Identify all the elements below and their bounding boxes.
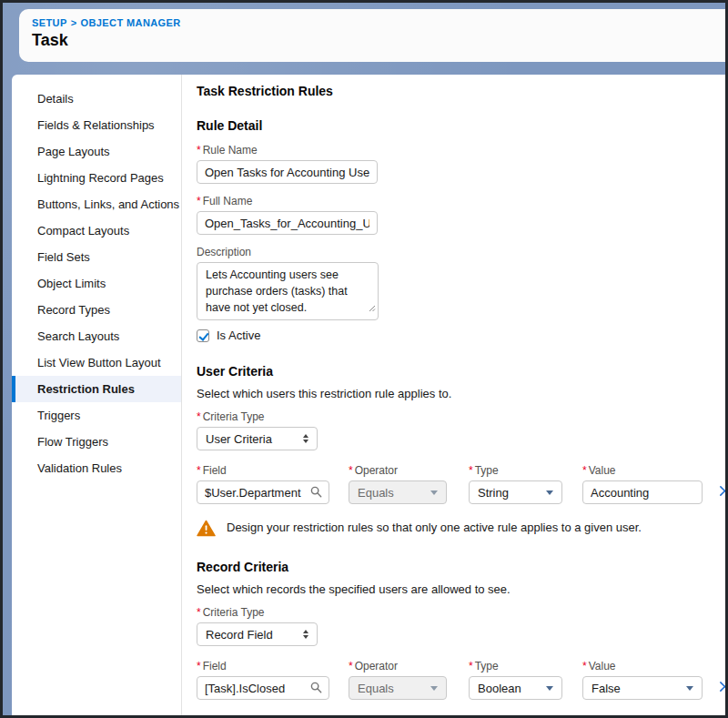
search-icon[interactable]	[310, 682, 322, 696]
is-active-row: Is Active	[197, 329, 725, 342]
sidebar-item-flow-triggers[interactable]: Flow Triggers	[12, 429, 181, 455]
rule-name-label: *Rule Name	[197, 144, 725, 157]
chevron-down-icon	[546, 490, 553, 495]
record-criteria-intro: Select which records the specified users…	[197, 582, 725, 596]
sidebar-item-triggers[interactable]: Triggers	[12, 402, 181, 429]
sidebar-item-restriction-rules[interactable]: Restriction Rules	[12, 376, 181, 402]
sidebar-item-page-layouts[interactable]: Page Layouts	[12, 138, 181, 165]
user-type-label: *Type	[469, 464, 562, 477]
record-operator-label: *Operator	[349, 660, 447, 672]
warning-icon	[197, 520, 216, 540]
user-value-label: *Value	[582, 464, 703, 477]
user-operator-label: *Operator	[349, 464, 447, 477]
sidebar-item-lightning-record-pages[interactable]: Lightning Record Pages	[12, 165, 181, 191]
sidebar-item-object-limits[interactable]: Object Limits	[12, 270, 181, 297]
record-criteria-type-select[interactable]: Record Field	[197, 622, 318, 646]
sidebar-item-field-sets[interactable]: Field Sets	[12, 244, 181, 270]
remove-user-criteria-row-button[interactable]	[717, 483, 725, 499]
object-sidebar: Details Fields & Relationships Page Layo…	[12, 75, 182, 715]
page-header: SETUP>OBJECT MANAGER Task	[19, 9, 725, 62]
user-criteria-type-select[interactable]: User Criteria	[197, 427, 318, 450]
warning-banner: Design your restriction rules so that on…	[197, 519, 725, 540]
record-value-select[interactable]: False	[582, 676, 703, 700]
rule-name-input[interactable]	[197, 160, 378, 184]
required-asterisk: *	[197, 144, 201, 157]
record-type-select[interactable]: Boolean	[469, 676, 562, 700]
description-textarea[interactable]: Lets Accounting users see purchase order…	[197, 262, 379, 320]
warning-text: Design your restriction rules so that on…	[227, 519, 642, 534]
user-field-label: *Field	[197, 464, 329, 477]
user-criteria-type-label: *Criteria Type	[197, 410, 725, 423]
content-title: Task Restriction Rules	[197, 84, 725, 98]
resize-handle-icon[interactable]	[369, 301, 376, 318]
sidebar-item-record-types[interactable]: Record Types	[12, 297, 181, 323]
stepper-icon	[303, 630, 308, 639]
breadcrumb: SETUP>OBJECT MANAGER	[32, 17, 725, 28]
sidebar-item-list-view-button-layout[interactable]: List View Button Layout	[12, 349, 181, 376]
full-name-label: *Full Name	[197, 195, 725, 207]
required-asterisk: *	[197, 195, 201, 207]
chevron-down-icon	[686, 686, 693, 691]
object-manager-card: Details Fields & Relationships Page Layo…	[12, 75, 725, 715]
record-operator-select: Equals	[349, 676, 447, 700]
sidebar-item-validation-rules[interactable]: Validation Rules	[12, 455, 181, 481]
restriction-rules-content: Task Restriction Rules Rule Detail *Rule…	[182, 75, 725, 715]
breadcrumb-setup-link[interactable]: SETUP	[32, 17, 67, 28]
breadcrumb-object-manager-link[interactable]: OBJECT MANAGER	[81, 17, 181, 28]
user-value-input[interactable]	[582, 480, 703, 504]
chevron-down-icon	[430, 686, 438, 691]
required-asterisk: *	[197, 410, 201, 423]
user-criteria-intro: Select which users this restriction rule…	[197, 387, 725, 400]
chevron-down-icon	[546, 686, 553, 691]
is-active-checkbox[interactable]	[197, 329, 209, 342]
sidebar-item-buttons-links-actions[interactable]: Buttons, Links, and Actions	[12, 191, 181, 217]
record-field-label: *Field	[197, 660, 329, 672]
sidebar-item-details[interactable]: Details	[12, 86, 181, 112]
page-title: Task	[32, 31, 725, 50]
user-type-select[interactable]: String	[469, 480, 562, 504]
sidebar-item-search-layouts[interactable]: Search Layouts	[12, 323, 181, 349]
is-active-label: Is Active	[217, 329, 260, 342]
user-operator-select: Equals	[349, 480, 447, 504]
setup-window: SETUP>OBJECT MANAGER Task Details Fields…	[0, 0, 728, 718]
record-type-label: *Type	[469, 660, 562, 672]
user-criteria-row: *Field *Operator Equals	[197, 464, 725, 504]
record-criteria-type-label: *Criteria Type	[197, 606, 725, 619]
user-criteria-heading: User Criteria	[197, 364, 725, 379]
full-name-input[interactable]	[197, 211, 378, 235]
record-criteria-heading: Record Criteria	[197, 560, 725, 574]
breadcrumb-separator: >	[71, 17, 77, 28]
rule-detail-heading: Rule Detail	[197, 118, 725, 133]
remove-record-criteria-row-button[interactable]	[717, 679, 725, 694]
sidebar-item-compact-layouts[interactable]: Compact Layouts	[12, 217, 181, 244]
record-criteria-row: *Field *Operator Equals	[197, 660, 725, 700]
record-value-label: *Value	[582, 660, 703, 672]
stepper-icon	[303, 434, 308, 443]
search-icon[interactable]	[310, 486, 322, 501]
chevron-down-icon	[430, 490, 438, 495]
description-label: Description	[197, 246, 725, 258]
sidebar-item-fields-relationships[interactable]: Fields & Relationships	[12, 112, 181, 138]
